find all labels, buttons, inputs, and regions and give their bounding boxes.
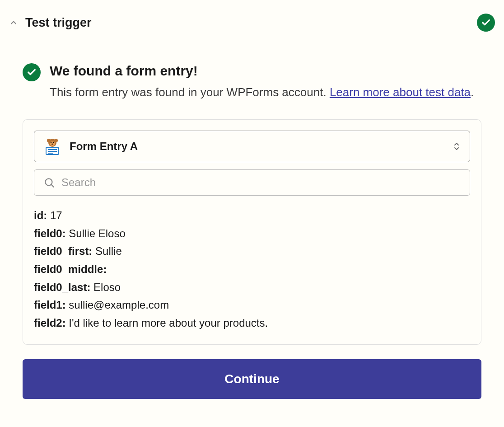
select-updown-icon	[453, 141, 461, 152]
field-row: field2: I'd like to learn more about you…	[34, 314, 470, 332]
field-value: sullie@example.com	[66, 299, 169, 311]
field-row: field0: Sullie Eloso	[34, 225, 470, 243]
success-desc-text: This form entry was found in your WPForm…	[50, 85, 330, 99]
success-text-block: We found a form entry! This form entry w…	[50, 63, 481, 101]
field-row: field0_middle:	[34, 260, 470, 278]
success-title: We found a form entry!	[50, 63, 481, 79]
field-key: field0_first:	[34, 245, 92, 257]
svg-point-5	[53, 142, 54, 143]
app-icon	[43, 137, 61, 155]
field-key: field0_last:	[34, 281, 90, 293]
section-header: Test trigger	[9, 9, 495, 36]
entry-select[interactable]: Form Entry A	[34, 131, 470, 162]
status-success-badge	[23, 63, 41, 81]
section-header-left: Test trigger	[9, 16, 92, 30]
field-list: id: 17field0: Sullie Elosofield0_first: …	[34, 205, 470, 333]
success-description: This form entry was found in your WPForm…	[50, 83, 481, 101]
field-key: field1:	[34, 299, 66, 311]
field-key: field2:	[34, 317, 66, 329]
search-box[interactable]	[34, 169, 470, 196]
entry-select-label: Form Entry A	[70, 140, 444, 153]
wpforms-icon	[43, 137, 61, 155]
field-row: field0_first: Sullie	[34, 242, 470, 260]
field-key: field0_middle:	[34, 263, 107, 275]
search-icon	[43, 177, 55, 188]
svg-point-1	[47, 139, 51, 142]
svg-point-2	[54, 139, 58, 142]
status-success-badge	[477, 14, 495, 32]
learn-more-link[interactable]: Learn more about test data	[330, 85, 471, 99]
check-icon	[481, 18, 491, 28]
field-row: field0_last: Eloso	[34, 278, 470, 296]
success-desc-after: .	[471, 85, 474, 99]
continue-button[interactable]: Continue	[23, 359, 481, 399]
field-value: 17	[47, 209, 62, 221]
svg-point-4	[51, 142, 51, 143]
check-icon	[27, 67, 37, 77]
field-value: Sullie	[92, 245, 121, 257]
svg-point-6	[51, 144, 53, 145]
field-value: Sullie Eloso	[66, 227, 126, 239]
field-key: id:	[34, 209, 47, 221]
field-row: id: 17	[34, 206, 470, 225]
field-value: Eloso	[90, 281, 121, 293]
entry-card: Form Entry A id: 17field0: Sullie Elosof…	[23, 119, 481, 345]
field-key: field0:	[34, 227, 66, 239]
field-row: field1: sullie@example.com	[34, 296, 470, 314]
collapse-toggle[interactable]	[9, 18, 18, 27]
field-value: I'd like to learn more about your produc…	[66, 317, 268, 329]
chevron-up-icon	[9, 18, 18, 27]
svg-line-12	[51, 185, 53, 187]
success-message: We found a form entry! This form entry w…	[9, 36, 495, 119]
search-input[interactable]	[61, 176, 461, 189]
section-title: Test trigger	[25, 16, 92, 30]
